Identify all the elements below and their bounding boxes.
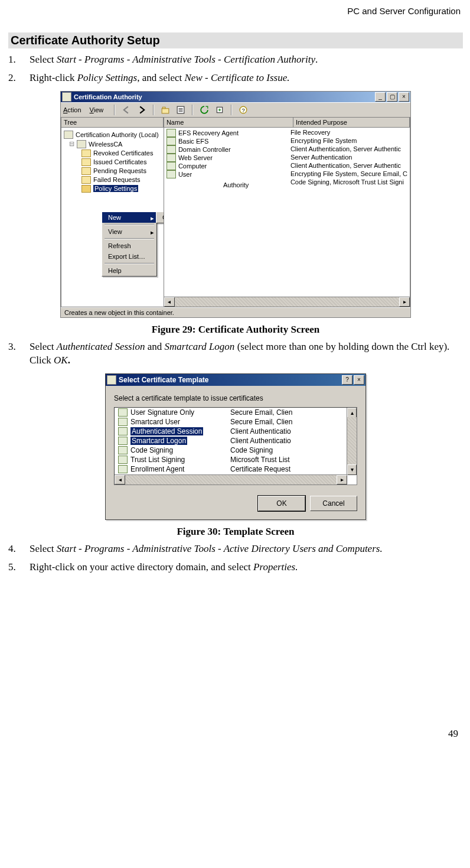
dialog-titlebar: Select Certificate Template ? × [106,374,365,386]
ctx-view[interactable]: View▸ [102,226,156,237]
ctx-refresh[interactable]: Refresh [102,240,156,251]
cancel-button[interactable]: Cancel [310,496,357,511]
list-row[interactable]: Domain ControllerClient Authentication, … [164,145,410,154]
folder-icon [81,185,91,193]
col-name[interactable]: Name [164,118,293,128]
template-icon [167,145,176,154]
list-row[interactable]: Basic EFSEncrypting File System [164,137,410,145]
export-list-button[interactable] [213,104,226,116]
help-button[interactable]: ? [237,104,250,116]
template-row[interactable]: User Signature OnlySecure Email, Clien [115,408,357,417]
toolbar: Action View ? [61,102,410,118]
template-icon [118,456,128,464]
svg-text:?: ? [242,107,245,113]
ctx-new[interactable]: New▸ [102,212,156,223]
properties-button[interactable] [174,104,187,116]
partial-text-authority: Authority [223,181,249,188]
template-icon [118,427,128,435]
step-5: Right-click on your active directory dom… [8,561,463,574]
template-row[interactable]: Code SigningCode Signing [115,446,357,455]
app-icon [62,92,71,102]
list-row[interactable]: Web ServerServer Authentication [164,154,410,162]
template-icon [167,154,176,162]
up-button[interactable] [159,104,172,116]
tree-item[interactable]: Failed Requests [64,175,161,184]
ok-button[interactable]: OK [258,496,305,511]
ctx-submenu-cert-to-issue[interactable]: Certificate to Issue [156,212,164,223]
template-row[interactable]: Smartcard UserSecure Email, Clien [115,417,357,427]
dialog-title: Select Certificate Template [119,376,341,384]
window-title: Certification Authority [74,93,374,100]
menu-view[interactable]: View [90,106,104,113]
tree-root[interactable]: Certification Authority (Local) [76,131,159,138]
template-row[interactable]: Trust List SigningMicrosoft Trust List [115,455,357,464]
context-menu: New▸ View▸ Refresh Export List… Help [102,212,157,277]
header-section: PC and Server Configuration [8,6,463,16]
list-row[interactable]: Code Signing, Microsoft Trust List Signi [164,178,410,186]
list-row[interactable]: EFS Recovery AgentFile Recovery [164,129,410,137]
forward-button[interactable] [135,104,148,116]
tree-item[interactable]: Revoked Certificates [64,149,161,158]
ca-icon [77,140,86,148]
step-3: Select Authenticated Session and Smartca… [8,340,463,368]
titlebar: Certification Authority _ ▢ × [61,92,410,102]
status-bar: Creates a new object in this container. [61,307,410,317]
dialog-icon [107,375,116,385]
select-certificate-template-dialog: Select Certificate Template ? × Select a… [105,373,366,520]
template-icon [118,408,128,417]
close-button[interactable]: × [399,92,409,102]
list-row[interactable]: ComputerClient Authentication, Server Au… [164,162,410,170]
folder-icon [81,176,91,184]
template-list[interactable]: User Signature OnlySecure Email, ClienSm… [114,407,357,485]
minimize-button[interactable]: _ [375,92,386,102]
step-4: Select Start - Programs - Administrative… [8,542,463,556]
template-icon [167,129,176,137]
folder-icon [81,167,91,175]
dialog-help-button[interactable]: ? [342,375,352,385]
list-row[interactable]: UserEncrypting File System, Secure Email… [164,170,410,178]
certification-authority-window: Certification Authority _ ▢ × Action Vie… [60,91,411,318]
step-2: Right-click Policy Settings, and select … [8,71,463,85]
svg-rect-1 [163,107,166,108]
ctx-help[interactable]: Help [102,265,156,276]
tree-item[interactable]: Issued Certificates [64,158,161,167]
folder-icon [81,158,91,166]
template-row[interactable]: Enrollment AgentCertificate Request [115,464,357,474]
template-icon [167,137,176,145]
horizontal-scrollbar[interactable]: ◂▸ [164,297,410,307]
figure-29-caption: Figure 29: Certificate Authority Screen [8,324,463,336]
svg-rect-0 [162,109,169,113]
tree-item[interactable]: Pending Requests [64,167,161,175]
step-1: Select Start - Programs - Administrative… [8,53,463,67]
dialog-horizontal-scrollbar[interactable]: ◂▸ [115,474,347,485]
dialog-close-button[interactable]: × [354,375,364,385]
menu-action[interactable]: Action [63,106,81,113]
root-icon [64,131,73,139]
template-icon [118,437,128,445]
template-icon [118,465,128,473]
tree: Certification Authority (Local) ⊟Wireles… [61,128,164,307]
tree-ca[interactable]: WirelessCA [89,141,122,148]
ctx-export[interactable]: Export List… [102,251,156,262]
folder-icon [81,149,91,157]
tree-header: Tree [61,118,164,128]
template-icon [118,418,128,426]
template-icon [118,446,128,454]
dialog-prompt: Select a certificate template to issue c… [106,386,365,407]
template-row[interactable]: Smartcard LogonClient Authenticatio [115,436,357,446]
tree-item[interactable]: Policy Settings [64,184,161,193]
figure-30-caption: Figure 30: Template Screen [8,526,463,538]
page-number: 49 [8,728,463,740]
refresh-button[interactable] [198,104,211,116]
col-purpose[interactable]: Intended Purpose [293,118,410,128]
template-icon [167,170,176,178]
maximize-button[interactable]: ▢ [387,92,397,102]
template-icon [167,162,176,170]
section-heading: Certificate Authority Setup [8,32,463,48]
vertical-scrollbar[interactable]: ▴ ▾ [347,408,357,475]
template-row[interactable]: Authenticated SessionClient Authenticati… [115,427,357,436]
back-button[interactable] [120,104,133,116]
